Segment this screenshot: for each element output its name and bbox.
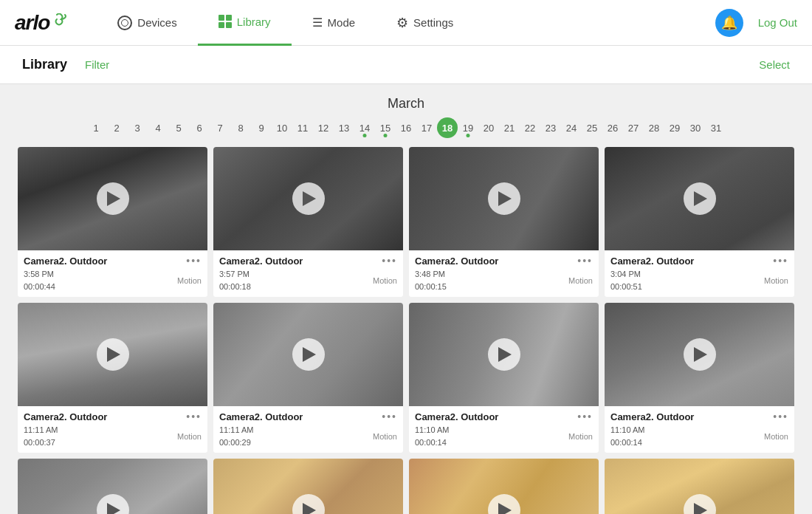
date-item-26[interactable]: 26 xyxy=(602,117,623,138)
video-duration: 00:00:18 xyxy=(219,281,251,293)
date-item-18[interactable]: 18 xyxy=(437,117,458,138)
video-time-duration: 11:10 AM 00:00:14 xyxy=(415,424,449,448)
play-button[interactable] xyxy=(488,182,520,215)
play-button[interactable] xyxy=(97,338,129,371)
video-thumbnail[interactable] xyxy=(18,303,207,406)
date-item-20[interactable]: 20 xyxy=(478,117,499,138)
video-thumbnail[interactable] xyxy=(18,147,207,250)
date-item-14[interactable]: 14 xyxy=(354,117,375,138)
date-item-4[interactable]: 4 xyxy=(148,117,168,138)
nav-item-mode[interactable]: ☰ Mode xyxy=(292,0,376,46)
more-options-button[interactable]: ••• xyxy=(577,411,593,422)
date-item-27[interactable]: 27 xyxy=(623,117,644,138)
video-thumbnail[interactable] xyxy=(18,459,207,514)
date-item-13[interactable]: 13 xyxy=(334,117,354,138)
date-item-9[interactable]: 9 xyxy=(251,117,272,138)
play-button[interactable] xyxy=(488,338,520,371)
video-thumbnail[interactable] xyxy=(409,147,599,250)
video-time: 3:57 PM xyxy=(219,268,251,281)
video-time: 3:04 PM xyxy=(610,268,642,281)
play-button[interactable] xyxy=(292,338,325,371)
play-button[interactable] xyxy=(684,182,716,215)
date-item-23[interactable]: 23 xyxy=(540,117,561,138)
play-button[interactable] xyxy=(292,494,325,514)
camera-name: Camera2. Outdoor xyxy=(610,256,694,267)
video-trigger: Motion xyxy=(568,432,593,441)
play-button[interactable] xyxy=(97,182,129,215)
video-card: Camera1. Home ••• 9:56 AM 00:00:14 Motio… xyxy=(213,459,403,514)
video-grid: Camera2. Outdoor ••• 3:58 PM 00:00:44 Mo… xyxy=(18,147,794,514)
video-thumbnail[interactable] xyxy=(213,459,403,514)
video-thumbnail[interactable] xyxy=(213,303,403,406)
date-item-3[interactable]: 3 xyxy=(127,117,148,138)
date-item-1[interactable]: 1 xyxy=(86,117,106,138)
date-item-11[interactable]: 11 xyxy=(292,117,313,138)
video-thumbnail[interactable] xyxy=(409,303,599,406)
video-thumbnail[interactable] xyxy=(605,147,794,250)
video-thumbnail[interactable] xyxy=(213,147,403,250)
date-item-21[interactable]: 21 xyxy=(499,117,520,138)
play-icon xyxy=(107,191,120,206)
nav-item-devices[interactable]: Devices xyxy=(97,0,197,46)
nav-item-settings[interactable]: ⚙ Settings xyxy=(376,0,474,46)
play-button[interactable] xyxy=(684,494,716,514)
date-item-17[interactable]: 17 xyxy=(416,117,437,138)
nav-mode-label: Mode xyxy=(328,16,356,29)
video-trigger: Motion xyxy=(373,432,397,441)
play-button[interactable] xyxy=(684,338,716,371)
date-item-8[interactable]: 8 xyxy=(230,117,251,138)
video-duration: 00:00:15 xyxy=(415,281,447,293)
date-item-2[interactable]: 2 xyxy=(106,117,127,138)
date-item-19[interactable]: 19 xyxy=(458,117,478,138)
camera-name: Camera2. Outdoor xyxy=(415,256,498,267)
video-duration: 00:00:14 xyxy=(610,436,644,449)
play-button[interactable] xyxy=(292,182,325,215)
date-item-12[interactable]: 12 xyxy=(313,117,334,138)
notification-bell-button[interactable]: 🔔 xyxy=(715,9,743,37)
more-options-button[interactable]: ••• xyxy=(186,255,202,267)
play-icon xyxy=(498,503,512,514)
camera-name: Camera2. Outdoor xyxy=(219,411,303,422)
video-time: 11:11 AM xyxy=(24,424,58,436)
date-item-30[interactable]: 30 xyxy=(685,117,706,138)
play-icon xyxy=(303,191,316,206)
date-item-16[interactable]: 16 xyxy=(396,117,416,138)
video-thumbnail[interactable] xyxy=(409,459,599,514)
date-item-28[interactable]: 28 xyxy=(644,117,664,138)
filter-button[interactable]: Filter xyxy=(85,58,109,71)
date-item-25[interactable]: 25 xyxy=(582,117,602,138)
date-item-24[interactable]: 24 xyxy=(561,117,582,138)
nav-devices-label: Devices xyxy=(137,16,176,29)
logo: arlo xyxy=(15,11,67,35)
more-options-button[interactable]: ••• xyxy=(382,255,397,267)
select-button[interactable]: Select xyxy=(759,58,790,71)
video-time: 11:10 AM xyxy=(610,424,644,436)
nav-item-library[interactable]: Library xyxy=(198,0,292,46)
more-options-button[interactable]: ••• xyxy=(577,255,593,267)
more-options-button[interactable]: ••• xyxy=(382,411,397,422)
video-thumbnail[interactable] xyxy=(605,303,794,406)
play-icon xyxy=(694,503,707,514)
logo-icon xyxy=(51,13,67,27)
video-trigger: Motion xyxy=(373,276,397,285)
header-right: 🔔 Log Out xyxy=(715,9,797,37)
logout-button[interactable]: Log Out xyxy=(758,16,797,29)
play-button[interactable] xyxy=(488,494,520,514)
date-item-10[interactable]: 10 xyxy=(272,117,292,138)
date-item-15[interactable]: 15 xyxy=(375,117,396,138)
play-button[interactable] xyxy=(97,494,129,514)
video-duration: 00:00:14 xyxy=(415,436,449,449)
date-item-5[interactable]: 5 xyxy=(168,117,189,138)
more-options-button[interactable]: ••• xyxy=(773,255,788,267)
date-item-22[interactable]: 22 xyxy=(520,117,540,138)
date-item-29[interactable]: 29 xyxy=(664,117,685,138)
date-item-31[interactable]: 31 xyxy=(706,117,726,138)
more-options-button[interactable]: ••• xyxy=(773,411,788,422)
date-item-6[interactable]: 6 xyxy=(189,117,210,138)
date-item-7[interactable]: 7 xyxy=(210,117,230,138)
more-options-button[interactable]: ••• xyxy=(186,411,202,422)
header: arlo Devices Library ☰ Mode ⚙ Settings xyxy=(0,0,812,46)
video-thumbnail[interactable] xyxy=(605,459,794,514)
mode-icon: ☰ xyxy=(312,16,323,30)
bell-icon: 🔔 xyxy=(721,15,737,31)
